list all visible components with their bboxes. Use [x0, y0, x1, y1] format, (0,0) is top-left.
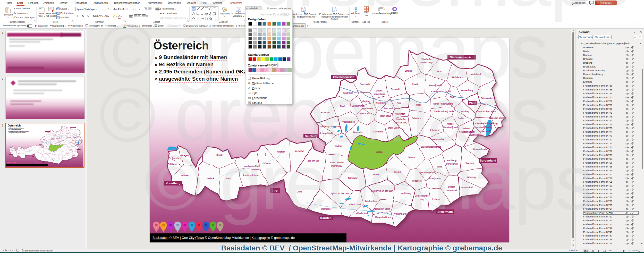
svg-text:{: { — [205, 17, 206, 20]
svg-text:3: 3 — [135, 10, 135, 11]
svg-text:A: A — [193, 8, 194, 10]
svg-text:}: } — [207, 17, 208, 20]
